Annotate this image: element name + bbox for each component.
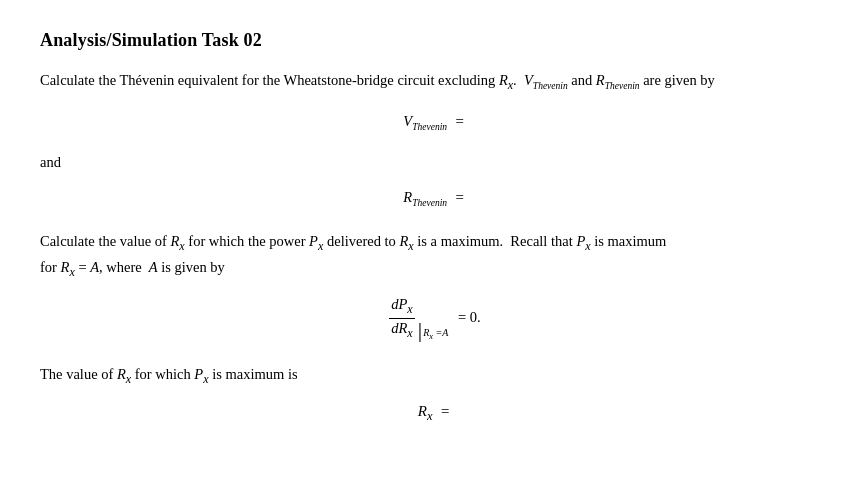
rx-result-block: Rx =: [40, 403, 828, 424]
px-inline-2: Px: [576, 233, 590, 249]
equals-zero: = 0.: [458, 309, 481, 325]
rx-result-label: Rx: [418, 403, 433, 419]
px-inline-3: Px: [194, 366, 208, 382]
derivative-block: dPx dRx | Rx =A = 0.: [40, 296, 828, 341]
px-inline-1: Px: [309, 233, 323, 249]
paragraph-2: Calculate the value of Rx for which the …: [40, 230, 828, 282]
rx-inline-2: Rx: [170, 233, 184, 249]
fraction-numerator: dPx: [389, 296, 414, 319]
a-var: A: [145, 259, 157, 275]
paragraph-3: The value of Rx for which Px is maximum …: [40, 363, 828, 389]
rx-inline-5: Rx: [117, 366, 131, 382]
eval-subscript: Rx =A: [423, 327, 448, 341]
v-thevenin-inline: VThevenin: [524, 72, 568, 88]
rx-inline-1: Rx: [499, 72, 513, 88]
where-label: where: [106, 259, 141, 275]
eval-bar-symbol: |: [418, 319, 422, 341]
paragraph-1: Calculate the Thévenin equivalent for th…: [40, 69, 828, 95]
v-thevenin-block: VThevenin =: [40, 113, 828, 132]
page-title: Analysis/Simulation Task 02: [40, 30, 828, 51]
rx-inline-4: Rx: [61, 259, 75, 275]
fraction: dPx dRx: [389, 296, 414, 341]
r-thevenin-block: RThevenin =: [40, 189, 828, 208]
rx-inline-3: Rx: [399, 233, 413, 249]
and-separator: and: [40, 154, 828, 171]
v-thevenin-eq-label: VThevenin: [403, 113, 447, 129]
r-thevenin-eq-label: RThevenin: [403, 189, 447, 205]
derivative-expression: dPx dRx | Rx =A: [387, 296, 448, 341]
fraction-denominator: dRx: [389, 319, 414, 341]
r-thevenin-inline: RThevenin: [596, 72, 640, 88]
